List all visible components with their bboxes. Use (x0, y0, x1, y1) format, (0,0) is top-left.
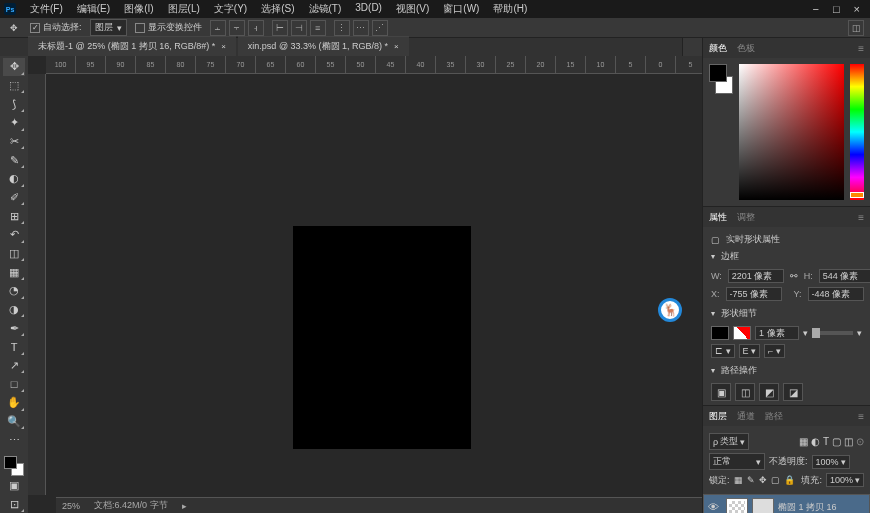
eraser-tool[interactable]: ◫ (3, 245, 25, 263)
path-subtract-icon[interactable]: ◫ (735, 383, 755, 401)
align-icon[interactable]: ⊣ (291, 20, 307, 36)
stroke-join-select[interactable]: ⌐ ▾ (764, 344, 785, 358)
tab-document-2[interactable]: xin.psd @ 33.3% (椭圆 1, RGB/8) *× (238, 36, 409, 56)
quickmask-tool[interactable]: ▣ (3, 477, 25, 495)
color-picker[interactable] (739, 64, 844, 200)
auto-select-check[interactable]: ✓ 自动选择: (30, 21, 82, 34)
hue-indicator[interactable] (850, 192, 864, 198)
path-combine-icon[interactable]: ▣ (711, 383, 731, 401)
move-tool[interactable]: ✥ (3, 58, 25, 76)
panel-menu-icon[interactable]: ≡ (858, 43, 864, 54)
blur-tool[interactable]: ◔ (3, 282, 25, 300)
stroke-color-box[interactable] (733, 326, 751, 340)
filter-shape-icon[interactable]: ▢ (832, 436, 841, 447)
menu-image[interactable]: 图像(I) (118, 0, 159, 18)
foreground-color[interactable] (4, 456, 17, 469)
gradient-tool[interactable]: ▦ (3, 263, 25, 281)
tab-properties[interactable]: 属性 (709, 211, 727, 224)
stroke-cap-select[interactable]: E ▾ (739, 344, 761, 358)
tab-channels[interactable]: 通道 (737, 410, 755, 423)
history-brush-tool[interactable]: ↶ (3, 226, 25, 244)
eyedropper-tool[interactable]: ✎ (3, 151, 25, 169)
distribute-icon[interactable]: ⋮ (334, 20, 350, 36)
menu-select[interactable]: 选择(S) (255, 0, 300, 18)
menu-window[interactable]: 窗口(W) (437, 0, 485, 18)
visibility-icon[interactable]: 👁 (708, 501, 722, 513)
status-arrow-icon[interactable]: ▸ (182, 501, 187, 511)
minimize-icon[interactable]: − (812, 3, 818, 15)
shape-tool[interactable]: □ (3, 375, 25, 393)
collapse-icon[interactable]: ▾ (711, 366, 715, 375)
hand-tool[interactable]: ✋ (3, 394, 25, 412)
stroke-width-input[interactable] (755, 326, 799, 340)
stroke-slider[interactable] (812, 331, 853, 335)
maximize-icon[interactable]: □ (833, 3, 840, 15)
canvas-area[interactable]: 1009590858075706560555045403530252015105… (28, 56, 702, 513)
lock-all-icon[interactable]: 🔒 (784, 475, 795, 485)
distribute-icon[interactable]: ⋯ (353, 20, 369, 36)
distribute-icon[interactable]: ⋰ (372, 20, 388, 36)
filter-type-icon[interactable]: T (823, 436, 829, 447)
menu-type[interactable]: 文字(Y) (208, 0, 253, 18)
type-tool[interactable]: T (3, 338, 25, 356)
lock-artboard-icon[interactable]: ▢ (771, 475, 780, 485)
align-icon[interactable]: ⫞ (248, 20, 264, 36)
tab-swatches[interactable]: 色板 (737, 42, 755, 55)
menu-view[interactable]: 视图(V) (390, 0, 435, 18)
fg-color-box[interactable] (709, 64, 727, 82)
layer-name[interactable]: 椭圆 1 拷贝 16 (778, 501, 837, 514)
lock-pixel-icon[interactable]: ✎ (747, 475, 755, 485)
menu-filter[interactable]: 滤镜(T) (303, 0, 348, 18)
filter-kind-select[interactable]: ρ类型▾ (709, 433, 749, 450)
filter-smart-icon[interactable]: ◫ (844, 436, 853, 447)
menu-layer[interactable]: 图层(L) (162, 0, 206, 18)
filter-toggle-icon[interactable]: ⊙ (856, 436, 864, 447)
stroke-align-select[interactable]: ⊏ ▾ (711, 344, 735, 358)
dodge-tool[interactable]: ◑ (3, 301, 25, 319)
fill-input[interactable]: 100%▾ (826, 473, 864, 487)
align-icon[interactable]: ⫠ (210, 20, 226, 36)
tab-document-1[interactable]: 未标题-1 @ 25% (椭圆 1 拷贝 16, RGB/8#) *× (28, 36, 236, 56)
document-canvas[interactable] (293, 226, 471, 449)
marquee-tool[interactable]: ⬚ (3, 77, 25, 95)
menu-3d[interactable]: 3D(D) (349, 0, 388, 18)
close-icon[interactable]: × (854, 3, 860, 15)
link-icon[interactable]: ⚯ (790, 271, 798, 281)
tab-paths[interactable]: 路径 (765, 410, 783, 423)
align-icon[interactable]: ≡ (310, 20, 326, 36)
lock-trans-icon[interactable]: ▦ (734, 475, 743, 485)
zoom-level[interactable]: 25% (62, 501, 80, 511)
filter-adjust-icon[interactable]: ◐ (811, 436, 820, 447)
blend-mode-select[interactable]: 正常▾ (709, 453, 765, 470)
move-tool-icon[interactable]: ✥ (6, 20, 22, 36)
layer-thumb[interactable] (726, 498, 748, 513)
layer-row[interactable]: 👁 椭圆 1 拷贝 16 (703, 494, 870, 513)
menu-file[interactable]: 文件(F) (24, 0, 69, 18)
tab-adjustments[interactable]: 调整 (737, 211, 755, 224)
show-transform-check[interactable]: 显示变换控件 (135, 21, 202, 34)
crop-tool[interactable]: ✂ (3, 133, 25, 151)
screenmode-tool[interactable]: ⊡ (3, 495, 25, 513)
wand-tool[interactable]: ✦ (3, 114, 25, 132)
x-input[interactable] (726, 287, 782, 301)
menu-help[interactable]: 帮助(H) (487, 0, 533, 18)
lasso-tool[interactable]: ⟆ (3, 95, 25, 113)
color-swatches-mini[interactable] (709, 64, 733, 200)
stamp-tool[interactable]: ⊞ (3, 207, 25, 225)
path-tool[interactable]: ↗ (3, 357, 25, 375)
y-input[interactable] (808, 287, 864, 301)
width-input[interactable] (728, 269, 784, 283)
path-exclude-icon[interactable]: ◪ (783, 383, 803, 401)
brush-tool[interactable]: ✐ (3, 189, 25, 207)
dropdown-icon[interactable]: ▾ (857, 328, 862, 338)
color-swatches[interactable] (4, 456, 24, 476)
collapse-icon[interactable]: ▾ (711, 309, 715, 318)
close-tab-icon[interactable]: × (221, 42, 226, 51)
layer-mask[interactable] (752, 498, 774, 513)
auto-select-dropdown[interactable]: 图层▾ (90, 19, 127, 36)
close-tab-icon[interactable]: × (394, 42, 399, 51)
hue-slider[interactable] (850, 64, 864, 200)
opacity-input[interactable]: 100%▾ (812, 455, 850, 469)
menu-edit[interactable]: 编辑(E) (71, 0, 116, 18)
3d-mode-icon[interactable]: ◫ (848, 20, 864, 36)
